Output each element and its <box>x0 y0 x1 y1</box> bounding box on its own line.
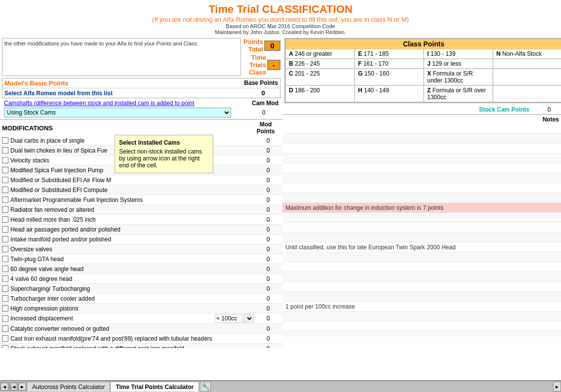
mod-row-20: Cast iron exhaust manifold(pre'74 and po… <box>0 334 282 344</box>
mod-name-17: High compression pistons <box>10 305 256 312</box>
mod-note-row-12: Until classified, use this for late Euro… <box>282 242 561 252</box>
class-cell-4: B 226 - 245 <box>285 59 355 69</box>
mod-name-5: Modified or Substituted EFI Compute <box>10 187 256 194</box>
mod-value-3: 0 <box>256 167 280 174</box>
class-cell-5: F 161 - 170 <box>355 59 424 69</box>
mod-checkbox-10[interactable] <box>2 236 8 242</box>
mod-name-14: 4 valve 60 degree head <box>10 275 256 282</box>
subtitle: (If you are not driving an Alfa Romeo yo… <box>0 16 561 23</box>
mod-value-13: 0 <box>256 266 280 273</box>
mod-note-row-6 <box>282 183 561 193</box>
tab-autocross[interactable]: Autocross Points Calculator <box>27 382 110 392</box>
trials-class-value: - <box>267 60 280 70</box>
mod-note-12: Until classified, use this for late Euro… <box>285 244 456 251</box>
model-select-text: Select Alfa Romeo model from this list <box>4 90 113 97</box>
mod-note-row-10 <box>282 223 561 233</box>
mod-checkbox-4[interactable] <box>2 177 8 183</box>
displacement-input-18[interactable] <box>215 314 242 323</box>
mod-checkbox-9[interactable] <box>2 226 8 233</box>
trials-class-label: Time Trials Class <box>241 54 267 76</box>
mod-checkbox-19[interactable] <box>2 325 8 332</box>
mod-checkbox-20[interactable] <box>2 335 8 342</box>
mod-row-10: Intake manifold ported and/or polished0 <box>0 235 282 244</box>
points-total-label: Points Total <box>241 38 264 53</box>
mod-name-6: Aftermarket Programmable Fuel Injection … <box>10 196 256 203</box>
mod-checkbox-3[interactable] <box>2 167 8 173</box>
class-cell-8: C 201 - 225 <box>285 69 355 85</box>
mod-value-10: 0 <box>256 236 280 243</box>
tooltip-text: Select non-stock installed cams by using… <box>119 148 209 169</box>
mod-value-6: 0 <box>256 196 280 203</box>
mod-checkbox-18[interactable] <box>2 315 8 322</box>
mod-checkbox-14[interactable] <box>2 275 8 282</box>
mod-checkbox-11[interactable] <box>2 246 8 252</box>
mod-name-7: Radiator fan removed or altered <box>10 206 256 213</box>
mod-value-21: 0 <box>256 345 280 349</box>
tab-nav-start[interactable]: |◄ <box>9 383 17 391</box>
mod-value-14: 0 <box>256 275 280 282</box>
mod-row-17: High compression pistons0 <box>0 304 282 314</box>
mod-checkbox-8[interactable] <box>2 216 8 223</box>
mod-checkbox-5[interactable] <box>2 187 8 193</box>
tab-nav-prev[interactable]: ◄ <box>0 383 8 391</box>
displacement-dropdown-18[interactable] <box>243 314 254 323</box>
mod-value-7: 0 <box>256 206 280 213</box>
mod-note-18: 1 point per 100cc increase <box>285 303 355 310</box>
mod-note-row-18: 1 point per 100cc increase <box>282 302 561 312</box>
mod-checkbox-2[interactable] <box>2 157 8 163</box>
mod-note-8: Maximum addition for change in induction… <box>285 204 443 211</box>
mod-checkbox-12[interactable] <box>2 256 8 262</box>
mod-row-9: Head air passages ported and/or polished… <box>0 225 282 235</box>
mod-value-0: 0 <box>256 137 280 144</box>
scrollbar-right[interactable]: ► <box>553 382 561 392</box>
mod-note-row-4 <box>282 163 561 173</box>
mod-checkbox-6[interactable] <box>2 196 8 203</box>
mod-name-9: Head air passages ported and/or polished <box>10 226 256 233</box>
mod-name-15: Supercharging/ Turbocharging <box>10 285 256 292</box>
mod-checkbox-15[interactable] <box>2 285 8 292</box>
mod-row-14: 4 valve 60 degree head0 <box>0 274 282 284</box>
mod-note-row-16 <box>282 282 561 292</box>
model-label: Model's Basic Points <box>4 79 69 87</box>
mod-checkbox-0[interactable] <box>2 137 8 144</box>
mod-note-row-9 <box>282 213 561 223</box>
tab-nav-next[interactable]: ► <box>18 383 26 391</box>
class-cell-15 <box>493 85 561 102</box>
credits1: Based on AROC Mar 2016 Competition Code <box>0 23 561 29</box>
credits2: Maintained by John Justus. Created by Ke… <box>0 29 561 35</box>
mod-note-row-17 <box>282 292 561 302</box>
mod-checkbox-13[interactable] <box>2 266 8 272</box>
tab-time-trial[interactable]: Time Trial Points Calculator <box>110 382 199 392</box>
mod-row-18: Increased displacement0 <box>0 314 282 324</box>
mod-value-4: 0 <box>256 177 280 184</box>
mod-note-row-20 <box>282 321 561 331</box>
mod-checkbox-7[interactable] <box>2 206 8 213</box>
mod-name-19: Catalytic converter removed or gutted <box>10 325 256 332</box>
mod-note-row-15 <box>282 272 561 282</box>
mod-name-8: Head milled more than .025 inch <box>10 216 256 223</box>
class-cell-11 <box>493 69 561 85</box>
mod-checkbox-17[interactable] <box>2 305 8 312</box>
mod-row-4: Modified or Substituted EFI Air Flow M0 <box>0 175 282 185</box>
mod-row-7: Radiator fan removed or altered0 <box>0 205 282 215</box>
mod-name-13: 60 degree valve angle head <box>10 266 256 273</box>
mod-row-5: Modified or Substituted EFI Compute0 <box>0 185 282 195</box>
base-points-value: 0 <box>248 89 278 97</box>
tab-icon: 🔧 <box>200 382 211 392</box>
mod-value-19: 0 <box>256 325 280 332</box>
notes-header: Notes <box>543 116 559 123</box>
class-cell-6: J 129 or less <box>424 59 493 69</box>
mod-note-row-11 <box>282 233 561 242</box>
cam-select[interactable]: Using Stock Cams <box>4 108 231 118</box>
mod-checkbox-16[interactable] <box>2 295 8 302</box>
cam-label: Camshafts (difference between stock and … <box>4 100 194 107</box>
mod-checkbox-1[interactable] <box>2 147 8 154</box>
mods-title: MODIFICATIONS <box>2 124 251 132</box>
class-points-title: Class Points <box>285 39 561 49</box>
mod-value-2: 0 <box>256 157 280 164</box>
mod-name-11: Oversize valves <box>10 246 256 253</box>
mod-row-6: Aftermarket Programmable Fuel Injection … <box>0 195 282 205</box>
mod-name-12: Twin-plug GTA head <box>10 256 256 263</box>
header-section: Time Trial CLASSIFICATION (If you are no… <box>0 0 561 36</box>
mod-checkbox-21[interactable] <box>2 345 8 348</box>
